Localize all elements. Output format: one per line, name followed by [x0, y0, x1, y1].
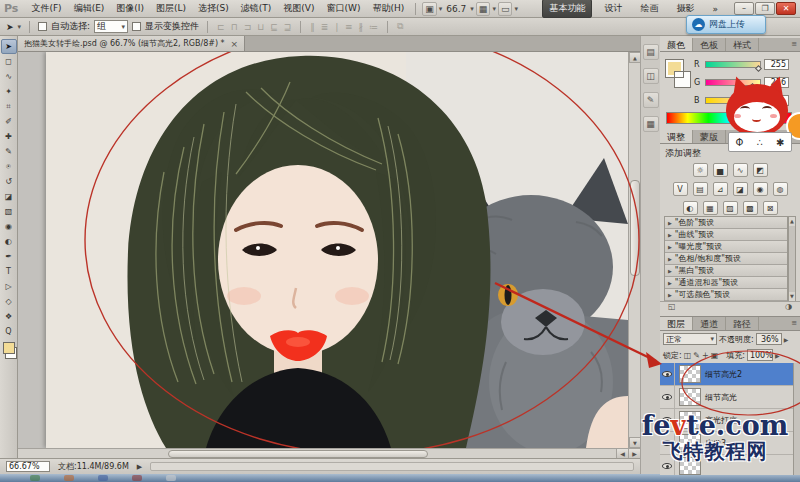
layer-row-selected[interactable]: 细节高光2: [660, 363, 794, 386]
presets-scrollbar[interactable]: ▲ ▼: [788, 216, 796, 302]
blend-mode-dropdown[interactable]: 正常 ▾: [663, 333, 717, 345]
horizontal-scrollbar[interactable]: ◀ ▶: [18, 448, 640, 458]
scroll-left-icon[interactable]: ◀: [616, 449, 628, 458]
hue-saturation-adjustment-icon[interactable]: ▤: [693, 182, 708, 196]
workspace-design-button[interactable]: 设计: [598, 0, 628, 17]
expand-arrow-icon[interactable]: ▶: [668, 244, 672, 250]
clone-stamp-tool[interactable]: ⍟: [1, 159, 17, 174]
fill-value[interactable]: 100%: [747, 349, 773, 361]
layer-thumbnail[interactable]: [679, 411, 701, 429]
workspace-essentials-button[interactable]: 基本功能: [542, 0, 592, 18]
history-panel-icon[interactable]: ▤: [643, 44, 659, 60]
menu-edit[interactable]: 编辑(E): [69, 0, 110, 17]
zoom-percentage-field[interactable]: 66.67%: [6, 461, 50, 472]
zoom-level-dropdown[interactable]: 66.7: [444, 4, 468, 14]
background-color-swatch[interactable]: [674, 71, 691, 88]
align-vcenter-icon[interactable]: ⊓: [230, 22, 239, 32]
zoom-tool[interactable]: Q: [1, 324, 17, 339]
opacity-value[interactable]: 36%: [756, 333, 782, 345]
taskbar-item[interactable]: [64, 475, 74, 481]
expand-arrow-icon[interactable]: ▶: [668, 220, 672, 226]
spinner-arrow-icon[interactable]: ▶: [784, 336, 789, 343]
chevron-down-icon[interactable]: ▾: [439, 5, 443, 13]
history-brush-tool[interactable]: ↺: [1, 174, 17, 189]
marquee-tool[interactable]: ◻: [1, 54, 17, 69]
taskbar-item[interactable]: [132, 475, 142, 481]
vertical-scrollbar[interactable]: ▲ ▼: [628, 52, 640, 448]
list-item[interactable]: ▶ "色相/饱和度"预设: [665, 253, 787, 265]
scroll-down-icon[interactable]: ▼: [789, 292, 795, 301]
taskbar-item[interactable]: [98, 475, 108, 481]
auto-align-icon[interactable]: ⧉: [396, 21, 404, 32]
menu-select[interactable]: 选择(S): [193, 0, 234, 17]
gradient-map-adjustment-icon[interactable]: ▩: [743, 201, 758, 215]
chevron-down-icon[interactable]: ▾: [492, 5, 496, 13]
blur-tool[interactable]: ◉: [1, 219, 17, 234]
layer-visibility-icon[interactable]: [662, 440, 672, 446]
exposure-adjustment-icon[interactable]: ◩: [753, 163, 768, 177]
green-channel-slider[interactable]: [705, 79, 761, 86]
blue-channel-slider[interactable]: [705, 97, 761, 104]
blue-channel-value[interactable]: [764, 95, 789, 106]
list-item[interactable]: ▶ "黑白"预设: [665, 265, 787, 277]
distribute-vcenter-icon[interactable]: ≣: [320, 22, 330, 32]
color-spectrum-bar[interactable]: [666, 112, 792, 124]
layer-visibility-icon[interactable]: [662, 417, 672, 423]
return-to-adjustment-list-icon[interactable]: ◱: [668, 302, 676, 314]
curves-adjustment-icon[interactable]: ∿: [733, 163, 748, 177]
layer-visibility-icon[interactable]: [662, 463, 672, 469]
list-item[interactable]: ▶ "通道混和器"预设: [665, 277, 787, 289]
align-left-icon[interactable]: ⊔: [256, 22, 265, 32]
tab-channels[interactable]: 通道: [693, 317, 726, 330]
color-balance-adjustment-icon[interactable]: ⊿: [713, 182, 728, 196]
show-transform-checkbox[interactable]: [132, 22, 141, 31]
vertical-scroll-thumb[interactable]: [630, 180, 640, 276]
layer-visibility-icon[interactable]: [662, 371, 672, 377]
slider-thumb[interactable]: [755, 64, 762, 71]
workspace-painting-button[interactable]: 绘画: [634, 0, 664, 17]
lasso-tool[interactable]: ∿: [1, 69, 17, 84]
menu-filter[interactable]: 滤镜(T): [236, 0, 277, 17]
layer-row[interactable]: 细节高光: [660, 386, 794, 409]
list-item[interactable]: ▶ "可选颜色"预设: [665, 289, 787, 301]
layer-row[interactable]: [660, 455, 794, 475]
layer-row[interactable]: 底发3: [660, 432, 794, 455]
foreground-color-swatch[interactable]: [3, 342, 15, 354]
expand-arrow-icon[interactable]: ▶: [668, 232, 672, 238]
align-right-icon[interactable]: ⊒: [283, 22, 293, 32]
taskbar-item[interactable]: [30, 475, 40, 481]
horizontal-scroll-thumb[interactable]: [168, 450, 428, 458]
move-tool[interactable]: ➤: [1, 39, 17, 54]
menu-file[interactable]: 文件(F): [26, 0, 66, 17]
expand-arrow-icon[interactable]: ▶: [668, 280, 672, 286]
windows-taskbar[interactable]: [0, 474, 800, 482]
close-button[interactable]: ✕: [776, 2, 796, 15]
scroll-up-icon[interactable]: ▲: [789, 217, 795, 226]
layer-thumbnail[interactable]: [679, 388, 701, 406]
launch-bridge-icon[interactable]: ▣: [422, 2, 437, 16]
distribute-hcenter-icon[interactable]: ∦: [357, 22, 364, 32]
document-image[interactable]: [46, 52, 628, 448]
brightness-contrast-adjustment-icon[interactable]: ☼: [693, 163, 708, 177]
chevron-down-icon[interactable]: ▾: [18, 23, 22, 31]
distribute-bottom-icon[interactable]: ∣: [333, 22, 340, 32]
threshold-adjustment-icon[interactable]: ▨: [723, 201, 738, 215]
info-panel-icon[interactable]: ▦: [643, 116, 659, 132]
layer-thumbnail[interactable]: [679, 434, 701, 452]
menu-view[interactable]: 视图(V): [278, 0, 319, 17]
green-channel-value[interactable]: 216: [764, 77, 789, 88]
align-hcenter-icon[interactable]: ⊑: [269, 22, 279, 32]
layer-thumbnail[interactable]: [679, 365, 701, 383]
eyedropper-tool[interactable]: ✐: [1, 114, 17, 129]
menu-image[interactable]: 图像(I): [111, 0, 149, 17]
photo-filter-adjustment-icon[interactable]: ◉: [753, 182, 768, 196]
list-item[interactable]: ▶ "曝光度"预设: [665, 241, 787, 253]
canvas-area[interactable]: [18, 52, 628, 448]
color-swatches[interactable]: [666, 60, 691, 88]
status-menu-arrow-icon[interactable]: ▶: [137, 463, 142, 471]
close-document-icon[interactable]: ×: [231, 39, 239, 49]
align-top-icon[interactable]: ⊏: [216, 22, 226, 32]
channel-mixer-adjustment-icon[interactable]: ◍: [773, 182, 788, 196]
shape-tool[interactable]: ◇: [1, 294, 17, 309]
spinner-arrow-icon[interactable]: ▶: [775, 352, 780, 359]
